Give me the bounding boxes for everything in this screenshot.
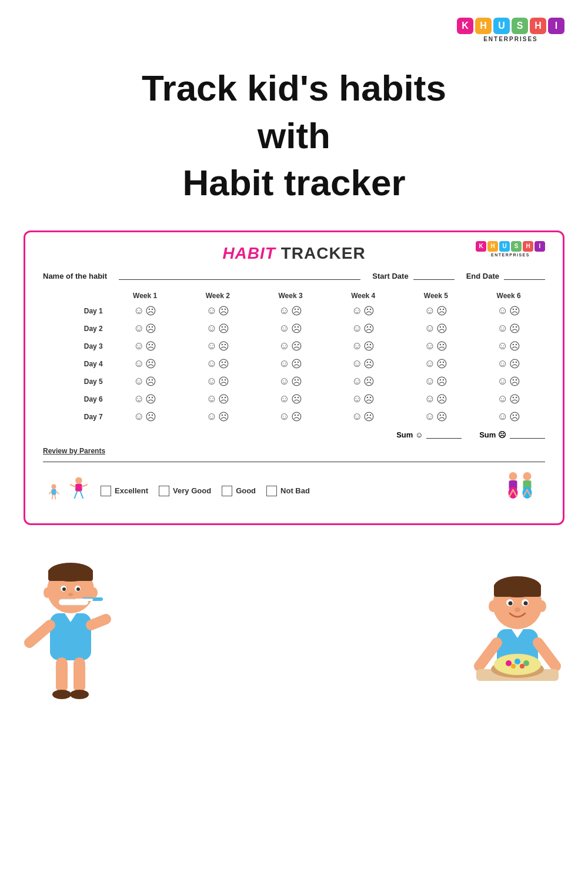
frowny-icon: ☹	[436, 410, 447, 423]
svg-line-55	[538, 643, 556, 666]
cell-day6-week2: ☺☹	[181, 390, 254, 408]
svg-rect-37	[74, 657, 85, 693]
logo-u: U	[493, 18, 510, 34]
cell-day1-week2: ☺☹	[181, 302, 254, 320]
svg-point-12	[509, 472, 517, 480]
cell-day5-week6: ☺☹	[472, 373, 545, 390]
cell-day4-week1: ☺☹	[109, 355, 182, 373]
smiley-icon: ☺	[352, 375, 362, 388]
day-label-4: Day 4	[43, 355, 109, 373]
cell-day2-week1: ☺☹	[109, 320, 182, 338]
end-label: End Date	[466, 272, 499, 280]
emoji-pair: ☺☹	[425, 393, 447, 406]
smiley-icon: ☺	[425, 393, 435, 406]
svg-line-2	[49, 491, 52, 494]
frowny-icon: ☹	[363, 393, 375, 406]
logo-k: K	[457, 18, 473, 34]
emoji-pair: ☺☹	[133, 322, 156, 335]
smiley-icon: ☺	[206, 410, 217, 423]
svg-point-6	[75, 477, 82, 483]
frowny-icon: ☹	[218, 305, 229, 318]
frowny-icon: ☹	[363, 358, 375, 370]
emoji-pair: ☺☹	[206, 305, 229, 318]
info-row: Name of the habit Start Date End Date	[43, 272, 545, 280]
smiley-icon: ☺	[352, 358, 362, 370]
emoji-pair: ☺☹	[497, 340, 520, 353]
legend-notbad-label: Not Bad	[280, 486, 310, 495]
cell-day5-week2: ☺☹	[181, 373, 254, 390]
emoji-pair: ☺☹	[279, 358, 302, 370]
tl-i: I	[534, 241, 545, 252]
svg-point-38	[52, 690, 71, 699]
table-row: Day 5☺☹☺☹☺☹☺☹☺☹☺☹	[43, 373, 545, 390]
frowny-icon: ☹	[363, 340, 375, 353]
emoji-pair: ☺☹	[425, 305, 447, 318]
frowny-icon: ☹	[291, 410, 302, 423]
svg-rect-36	[56, 657, 68, 693]
smiley-icon: ☺	[352, 393, 362, 406]
logo-boxes: K H U S H I	[457, 18, 564, 34]
cell-day6-week3: ☺☹	[254, 390, 327, 408]
frowny-icon: ☹	[291, 340, 302, 353]
smiley-icon: ☺	[497, 375, 507, 388]
table-row: Day 4☺☹☺☹☺☹☺☹☺☹☺☹	[43, 355, 545, 373]
emoji-pair: ☺☹	[425, 375, 447, 388]
smiley-icon: ☺	[497, 358, 507, 370]
smiley-icon: ☺	[279, 340, 289, 353]
emoji-pair: ☺☹	[425, 358, 447, 370]
frowny-icon: ☹	[291, 322, 302, 335]
frowny-icon: ☹	[291, 358, 302, 370]
week5-header: Week 5	[400, 289, 473, 302]
smiley-icon: ☺	[206, 340, 217, 353]
emoji-pair: ☺☹	[352, 322, 375, 335]
table-row: Day 2☺☹☺☹☺☹☺☹☺☹☺☹	[43, 320, 545, 338]
cell-day4-week3: ☺☹	[254, 355, 327, 373]
smiley-icon: ☺	[133, 375, 144, 388]
cell-day2-week3: ☺☹	[254, 320, 327, 338]
svg-point-63	[520, 664, 524, 669]
cell-day2-week2: ☺☹	[181, 320, 254, 338]
svg-line-10	[75, 491, 77, 497]
cell-day2-week5: ☺☹	[400, 320, 473, 338]
page-title-block: Track kid's habits with Habit tracker	[0, 65, 588, 207]
cell-day1-week1: ☺☹	[109, 302, 182, 320]
emoji-pair: ☺☹	[497, 322, 520, 335]
cell-day7-week4: ☺☹	[327, 408, 400, 426]
emoji-pair: ☺☹	[133, 375, 156, 388]
frowny-icon: ☹	[218, 358, 229, 370]
smiley-icon: ☺	[497, 393, 507, 406]
smiley-icon: ☺	[497, 305, 507, 318]
smiley-icon: ☺	[206, 393, 217, 406]
cell-day6-week4: ☺☹	[327, 390, 400, 408]
emoji-pair: ☺☹	[133, 340, 156, 353]
frowny-icon: ☹	[145, 340, 156, 353]
cell-day3-week2: ☺☹	[181, 338, 254, 355]
legend-box-excellent	[101, 486, 111, 496]
cell-day5-week4: ☺☹	[327, 373, 400, 390]
start-date-group: Start Date	[372, 272, 454, 280]
svg-line-35	[91, 619, 106, 625]
smiley-icon: ☺	[352, 340, 362, 353]
frowny-icon: ☹	[509, 340, 520, 353]
frowny-icon: ☹	[291, 393, 302, 406]
emoji-pair: ☺☹	[497, 410, 520, 423]
frowny-icon: ☹	[218, 393, 229, 406]
cell-day6-week5: ☺☹	[400, 390, 473, 408]
legend-excellent-label: Excellent	[115, 486, 148, 495]
emoji-pair: ☺☹	[206, 375, 229, 388]
emoji-pair: ☺☹	[497, 305, 520, 318]
table-header-row: Week 1 Week 2 Week 3 Week 4 Week 5 Week …	[43, 289, 545, 302]
logo-h2: H	[530, 18, 546, 34]
smiley-icon: ☺	[133, 340, 144, 353]
table-row: Day 6☺☹☺☹☺☹☺☹☺☹☺☹	[43, 390, 545, 408]
emoji-pair: ☺☹	[497, 393, 520, 406]
day-label-5: Day 5	[43, 373, 109, 390]
emoji-pair: ☺☹	[133, 358, 156, 370]
frowny-icon: ☹	[218, 375, 229, 388]
cell-day1-week3: ☺☹	[254, 302, 327, 320]
logo-s: S	[512, 18, 528, 34]
smiley-icon: ☺	[206, 322, 217, 335]
emoji-pair: ☺☹	[133, 305, 156, 318]
legend-verygood: Very Good	[159, 486, 211, 496]
name-label: Name of the habit	[43, 272, 107, 280]
